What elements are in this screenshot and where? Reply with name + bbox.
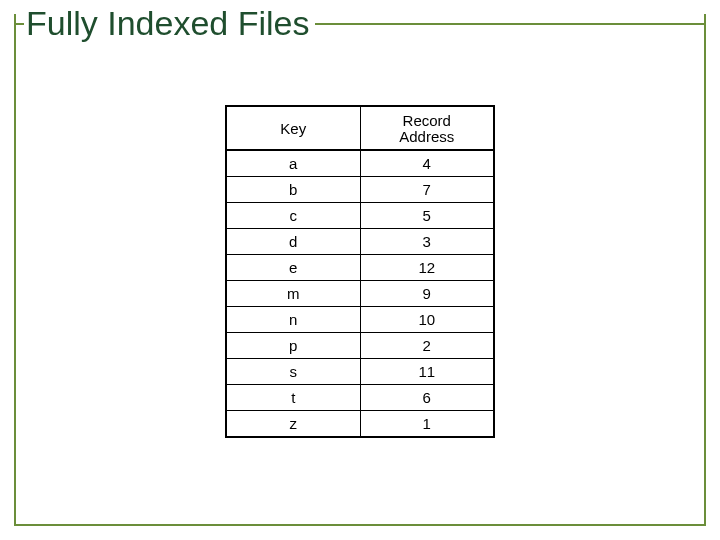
table-row: d3 [226, 228, 494, 254]
cell-key: s [226, 358, 360, 384]
cell-addr: 7 [360, 176, 494, 202]
col-header-record-line1: Record [367, 113, 488, 129]
cell-key: t [226, 384, 360, 410]
cell-addr: 10 [360, 306, 494, 332]
table-row: m9 [226, 280, 494, 306]
cell-addr: 12 [360, 254, 494, 280]
table-row: b7 [226, 176, 494, 202]
cell-addr: 11 [360, 358, 494, 384]
table-header-row: Key Record Address [226, 106, 494, 150]
index-table-wrap: Key Record Address a4 b7 c5 d3 e12 m9 n1… [225, 105, 495, 438]
table-row: c5 [226, 202, 494, 228]
cell-addr: 5 [360, 202, 494, 228]
cell-key: d [226, 228, 360, 254]
cell-key: a [226, 150, 360, 177]
table-row: a4 [226, 150, 494, 177]
table-row: s11 [226, 358, 494, 384]
index-table: Key Record Address a4 b7 c5 d3 e12 m9 n1… [225, 105, 495, 438]
table-body: a4 b7 c5 d3 e12 m9 n10 p2 s11 t6 z1 [226, 150, 494, 437]
cell-key: e [226, 254, 360, 280]
cell-addr: 9 [360, 280, 494, 306]
table-row: e12 [226, 254, 494, 280]
cell-key: c [226, 202, 360, 228]
col-header-record-address: Record Address [360, 106, 494, 150]
cell-key: n [226, 306, 360, 332]
cell-key: p [226, 332, 360, 358]
col-header-key: Key [226, 106, 360, 150]
col-header-record-line2: Address [367, 129, 488, 145]
table-row: t6 [226, 384, 494, 410]
cell-addr: 6 [360, 384, 494, 410]
table-row: n10 [226, 306, 494, 332]
cell-addr: 1 [360, 410, 494, 437]
cell-key: m [226, 280, 360, 306]
cell-key: b [226, 176, 360, 202]
cell-addr: 2 [360, 332, 494, 358]
cell-addr: 3 [360, 228, 494, 254]
cell-key: z [226, 410, 360, 437]
cell-addr: 4 [360, 150, 494, 177]
table-row: p2 [226, 332, 494, 358]
table-row: z1 [226, 410, 494, 437]
